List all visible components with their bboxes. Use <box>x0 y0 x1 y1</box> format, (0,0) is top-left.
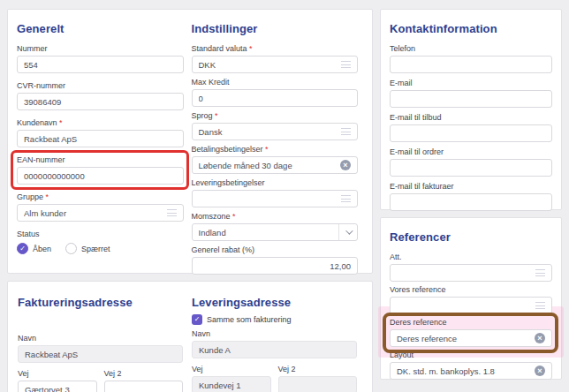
ean-nummer-input[interactable]: 0000000000000 <box>17 167 184 185</box>
required-marker: * <box>265 145 269 154</box>
radio-spaerret[interactable] <box>65 243 77 254</box>
generel-rabat-input[interactable]: 12,00 <box>192 257 359 275</box>
vores-reference-lookup-input[interactable] <box>390 297 552 314</box>
samme-som-fakturering-checkbox[interactable]: ✓ <box>192 314 202 325</box>
radio-spaerret-label[interactable]: Spærret <box>81 245 110 253</box>
kundenavn-label: Kundenavn * <box>17 118 184 127</box>
cvr-nummer-input[interactable]: 39086409 <box>17 93 184 110</box>
email-til-fakturaer-input[interactable] <box>390 193 552 211</box>
check-icon: ✓ <box>194 316 201 323</box>
section-title-generelt: Generelt <box>17 22 184 35</box>
field-max-kredit: Max Kredit 0 <box>192 78 359 107</box>
section-title-referencer: Referencer <box>390 230 552 244</box>
fakturering-street-row: Vej Gærtorvet 3 Vej 2 <box>18 369 183 392</box>
field-email: E-mail <box>390 79 552 108</box>
card-referencer: Referencer Att. Vores reference Deres re… <box>380 217 562 380</box>
field-levering-navn: Navn Kunde A <box>192 329 357 358</box>
field-cvr-nummer: CVR-nummer 39086409 <box>17 81 184 110</box>
levering-vej2-label: Vej 2 <box>278 365 358 373</box>
radio-aaben-label[interactable]: Åben <box>33 245 51 253</box>
field-deres-reference: Deres reference Deres reference × <box>390 318 552 347</box>
chevron-down-icon[interactable] <box>345 227 353 234</box>
telefon-input[interactable] <box>390 56 552 73</box>
clear-icon[interactable]: × <box>340 160 351 170</box>
sprog-lookup-input[interactable]: Dansk <box>192 123 359 140</box>
radio-aaben[interactable]: ✓ <box>17 243 28 254</box>
email-input[interactable] <box>390 90 552 108</box>
list-lookup-icon[interactable] <box>341 195 351 202</box>
betalingsbetingelser-input[interactable]: Løbende måned 30 dage × <box>192 156 359 174</box>
section-title-leveringsadresse: Leveringsadresse <box>192 296 357 309</box>
field-fakturering-vej2: Vej 2 <box>104 369 184 392</box>
nummer-input[interactable]: 554 <box>17 56 184 73</box>
card-kontaktinformation: Kontaktinformation Telefon E-mail E-mail… <box>380 9 562 210</box>
momszone-select[interactable]: Indland <box>192 223 359 241</box>
kundenavn-input[interactable]: Rackbeat ApS <box>17 130 184 147</box>
levering-vej-label: Vej <box>192 365 271 373</box>
fakturering-vej2-label: Vej 2 <box>104 369 184 378</box>
fakturering-navn-label: Navn <box>18 334 183 343</box>
field-fakturering-vej: Vej Gærtorvet 3 <box>18 369 97 392</box>
cvr-nummer-label: CVR-nummer <box>17 81 184 90</box>
section-generelt: Generelt Nummer 554 CVR-nummer 39086409 … <box>17 22 184 273</box>
check-icon: ✓ <box>19 245 26 253</box>
section-title-indstillinger: Indstillinger <box>192 22 359 35</box>
layout-input[interactable]: DK. std. m. bankoplys. 1.8 × <box>390 362 552 380</box>
section-faktureringsadresse: Faktureringsadresse Navn Rackbeat ApS Ve… <box>18 296 183 392</box>
field-telefon: Telefon <box>390 44 552 73</box>
max-kredit-label: Max Kredit <box>192 78 359 87</box>
fakturering-vej-input[interactable]: Gærtorvet 3 <box>18 381 97 392</box>
nummer-label: Nummer <box>17 44 184 53</box>
list-lookup-icon[interactable] <box>341 128 351 135</box>
section-indstillinger: Indstillinger Standard valuta * DKK Max … <box>192 22 359 273</box>
field-momszone: Momszone * Indland <box>192 212 359 241</box>
email-til-fakturaer-label: E-mail til fakturaer <box>390 182 552 191</box>
list-lookup-icon[interactable] <box>535 269 545 276</box>
levering-vej2-input <box>278 376 358 392</box>
levering-vej-input: Kundevej 1 <box>192 376 271 392</box>
leveringsbetingelser-lookup-input[interactable] <box>192 190 359 207</box>
clear-icon[interactable]: × <box>535 366 545 376</box>
clear-icon[interactable]: × <box>535 333 545 343</box>
required-marker: * <box>232 212 236 221</box>
list-lookup-icon[interactable] <box>167 209 177 216</box>
gruppe-label: Gruppe * <box>17 192 184 201</box>
email-til-tilbud-label: E-mail til tilbud <box>390 113 552 122</box>
required-marker: * <box>46 192 49 201</box>
max-kredit-input[interactable]: 0 <box>192 89 359 107</box>
layout-label: Layout <box>390 351 552 359</box>
att-lookup-input[interactable] <box>390 264 552 282</box>
field-att: Att. <box>390 253 552 282</box>
list-lookup-icon[interactable] <box>341 61 351 68</box>
field-ean-nummer: EAN-nummer 0000000000000 <box>17 155 184 185</box>
field-levering-vej2: Vej 2 <box>278 365 358 392</box>
email-til-ordrer-input[interactable] <box>390 159 552 177</box>
field-generel-rabat: Generel rabat (%) 12,00 <box>192 245 359 275</box>
section-title-faktureringsadresse: Faktureringsadresse <box>18 296 183 309</box>
email-til-tilbud-input[interactable] <box>390 124 552 142</box>
required-marker: * <box>215 111 218 120</box>
generel-rabat-label: Generel rabat (%) <box>192 245 359 254</box>
email-label: E-mail <box>390 79 552 87</box>
deres-reference-label: Deres reference <box>390 318 552 327</box>
gruppe-lookup-input[interactable]: Alm kunder <box>17 204 184 222</box>
deres-reference-input[interactable]: Deres reference × <box>390 329 552 347</box>
samme-som-fakturering-label[interactable]: Samme som fakturering <box>207 315 292 324</box>
levering-street-row: Vej Kundevej 1 Vej 2 <box>192 365 357 392</box>
field-sprog: Sprog * Dansk <box>192 111 359 140</box>
fakturering-vej2-input[interactable] <box>104 381 184 392</box>
field-nummer: Nummer 554 <box>17 44 184 73</box>
required-marker: * <box>249 44 253 53</box>
standard-valuta-label: Standard valuta * <box>192 44 359 53</box>
field-fakturering-navn: Navn Rackbeat ApS <box>18 334 183 363</box>
list-lookup-icon[interactable] <box>535 302 545 309</box>
select-addon <box>338 224 351 240</box>
standard-valuta-lookup-input[interactable]: DKK <box>192 56 359 73</box>
status-label: Status <box>17 230 184 238</box>
field-email-til-tilbud: E-mail til tilbud <box>390 113 552 142</box>
field-email-til-fakturaer: E-mail til fakturaer <box>390 182 552 211</box>
att-label: Att. <box>390 253 552 261</box>
field-gruppe: Gruppe * Alm kunder <box>17 192 184 222</box>
field-standard-valuta: Standard valuta * DKK <box>192 44 359 73</box>
card-general-settings: Generelt Nummer 554 CVR-nummer 39086409 … <box>7 9 373 274</box>
